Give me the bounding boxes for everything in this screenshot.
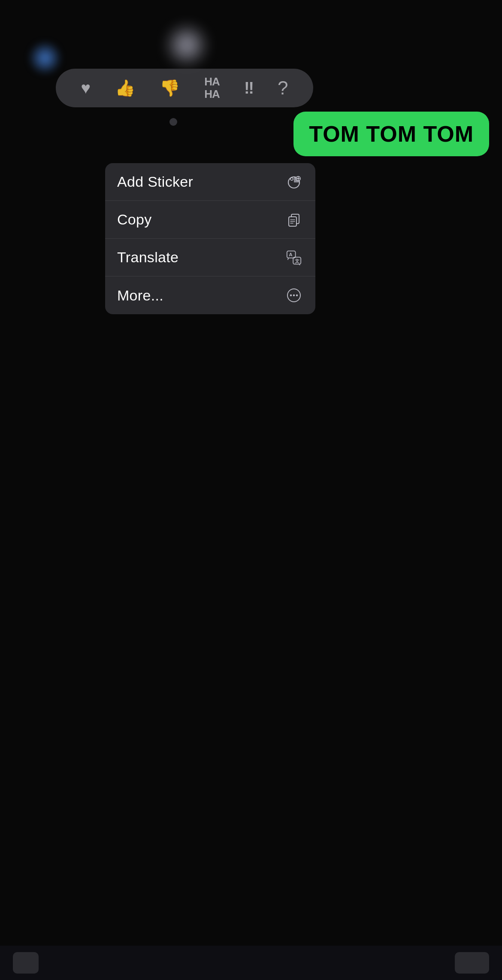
bottom-bar (0, 946, 502, 980)
menu-item-more[interactable]: More... (105, 276, 315, 314)
sticker-icon (284, 173, 303, 191)
blur-dot-white (163, 21, 210, 69)
svg-point-20 (293, 294, 295, 296)
translate-label: Translate (117, 249, 178, 266)
heart-reaction[interactable]: ♥ (81, 80, 91, 96)
thumbsdown-reaction[interactable]: 👎 (160, 80, 180, 96)
add-sticker-label: Add Sticker (117, 173, 193, 190)
blur-dot-blue (28, 41, 62, 75)
copy-icon (284, 210, 303, 229)
svg-text:A: A (289, 252, 293, 257)
message-text: TOM TOM TOM (309, 121, 474, 146)
svg-text:文: 文 (295, 258, 299, 263)
haha-reaction[interactable]: HAHA (204, 76, 220, 100)
svg-point-19 (290, 294, 292, 296)
menu-item-translate[interactable]: Translate A 文 (105, 239, 315, 276)
translate-icon: A 文 (284, 248, 303, 267)
exclaim-reaction[interactable]: ‼ (244, 80, 253, 96)
svg-point-21 (296, 294, 298, 296)
bottom-left-button[interactable] (13, 952, 39, 974)
more-icon (284, 286, 303, 305)
message-bubble: TOM TOM TOM (293, 112, 489, 156)
thumbsup-reaction[interactable]: 👍 (115, 80, 135, 96)
bottom-right-button[interactable] (455, 952, 489, 974)
bubble-tail-dot (169, 118, 177, 126)
svg-point-1 (290, 178, 293, 180)
reaction-bar: ♥ 👍 👎 HAHA ‼ ? (56, 69, 313, 107)
question-reaction[interactable]: ? (278, 79, 288, 97)
more-label: More... (117, 287, 163, 304)
context-menu: Add Sticker Copy (105, 163, 315, 314)
copy-label: Copy (117, 211, 152, 228)
menu-item-add-sticker[interactable]: Add Sticker (105, 163, 315, 201)
menu-item-copy[interactable]: Copy (105, 201, 315, 239)
